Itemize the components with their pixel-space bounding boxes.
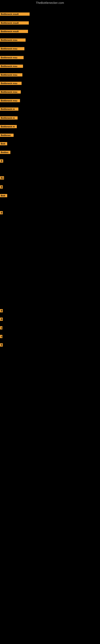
bar-row-10: Bottleneck resu	[0, 90, 21, 94]
bar-row-17: Bottlen	[0, 151, 10, 154]
bar-row-11: Bottleneck resu	[0, 99, 20, 102]
bar-label-23: B	[0, 309, 3, 312]
bar-row-7: Bottleneck resu	[0, 64, 23, 68]
bar-row-21: Bott	[0, 194, 7, 197]
bar-label-18: B	[0, 160, 3, 162]
bar-row-18: B	[0, 160, 3, 162]
bar-label-21: Bott	[0, 194, 7, 197]
bar-row-16: Bott	[0, 142, 7, 145]
bar-row-8: Bottleneck resu	[0, 73, 22, 76]
bar-row-3: Bottleneck result	[0, 30, 28, 33]
bar-row-13: Bottleneck re	[0, 116, 18, 120]
bar-label-4: Bottleneck resu	[0, 38, 26, 42]
bar-label-17: Bottlen	[0, 151, 10, 154]
bar-row-23: B	[0, 309, 3, 312]
bar-row-4: Bottleneck resu	[0, 38, 26, 42]
bar-label-25: b	[0, 326, 2, 330]
bar-label-1: Bottleneck result	[0, 12, 30, 16]
bar-row-20: B	[0, 185, 3, 188]
bar-row-26: b	[0, 335, 2, 338]
bar-row-27: B	[0, 343, 3, 346]
bar-label-6: Bottleneck resu	[0, 56, 24, 59]
bar-row-2: Bottleneck result	[0, 21, 29, 24]
bar-label-16: Bott	[0, 142, 7, 145]
bar-label-27: B	[0, 343, 3, 346]
bar-label-24: B	[0, 318, 3, 321]
site-title: TheBottlenecker.com	[0, 0, 100, 5]
bar-label-26: b	[0, 335, 2, 338]
bar-label-22: B	[0, 211, 3, 214]
bar-row-15: Bottlenec	[0, 134, 14, 137]
bar-label-20: B	[0, 185, 3, 188]
bar-row-22: B	[0, 211, 3, 214]
bar-label-13: Bottleneck re	[0, 116, 18, 120]
bar-label-3: Bottleneck result	[0, 30, 28, 33]
bar-label-11: Bottleneck resu	[0, 99, 20, 102]
bar-row-24: B	[0, 318, 3, 321]
bar-row-6: Bottleneck resu	[0, 56, 24, 59]
bar-label-14: Bottleneck re	[0, 125, 17, 128]
bar-label-10: Bottleneck resu	[0, 90, 21, 94]
bar-label-5: Bottleneck resu	[0, 47, 24, 50]
bar-label-12: Bottleneck re	[0, 108, 18, 111]
bar-row-1: Bottleneck result	[0, 12, 30, 16]
bar-label-15: Bottlenec	[0, 134, 14, 137]
bar-label-7: Bottleneck resu	[0, 64, 23, 68]
bar-row-5: Bottleneck resu	[0, 47, 24, 50]
bar-row-12: Bottleneck re	[0, 108, 18, 111]
bar-row-9: Bottleneck resu	[0, 82, 22, 85]
bar-row-25: b	[0, 326, 2, 330]
bar-row-14: Bottleneck re	[0, 125, 17, 128]
bar-label-19: Bo	[0, 176, 4, 180]
bar-row-19: Bo	[0, 176, 4, 180]
bar-label-9: Bottleneck resu	[0, 82, 22, 85]
bar-label-2: Bottleneck result	[0, 21, 29, 24]
bar-label-8: Bottleneck resu	[0, 73, 22, 76]
